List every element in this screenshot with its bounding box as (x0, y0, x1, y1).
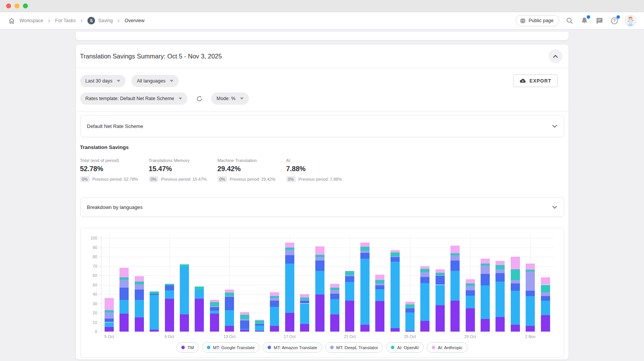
bar-segment (420, 272, 429, 277)
bar-segment (180, 267, 189, 314)
home-icon[interactable] (8, 17, 15, 24)
page-content: Translation Savings Summary: Oct 5 - Nov… (0, 29, 644, 359)
legend-dot (181, 346, 185, 349)
help-icon[interactable]: ? (610, 16, 619, 25)
breadcrumb-item-workspace[interactable]: Workspace (19, 18, 43, 23)
bar-segment (315, 261, 324, 271)
bar-segment (420, 266, 429, 269)
bar-segment (135, 317, 144, 332)
export-button[interactable]: EXPORT (513, 74, 557, 87)
notification-badge (587, 15, 590, 19)
legend-item[interactable]: AI: Anthropic (427, 342, 468, 353)
notifications-bell-icon[interactable] (580, 16, 589, 25)
bar-segment (330, 288, 339, 290)
chevron-right-icon (47, 19, 51, 23)
legend-item[interactable]: MT: DeepL Translator (325, 342, 383, 353)
bar-segment (330, 290, 339, 294)
bar-segment (135, 282, 144, 284)
chevron-right-icon (117, 19, 120, 23)
bar-segment (255, 331, 264, 332)
bar-segment (330, 299, 339, 314)
y-axis-label: 20 (84, 311, 97, 315)
bar-segment (285, 264, 294, 313)
bar-segment (165, 284, 174, 285)
bar-segment (225, 296, 234, 297)
legend-item[interactable]: AI: OpenAI (386, 342, 423, 353)
breakdown-panel[interactable]: Breakdown by languages (80, 197, 564, 217)
bar-segment (450, 261, 460, 271)
rates-template-select[interactable]: Rates template: Default Net Rate Scheme (80, 92, 188, 105)
bar-segment (345, 271, 354, 275)
stat-label: Total (end of period) (80, 158, 138, 163)
bar-segment (330, 284, 339, 288)
bar-segment (436, 276, 445, 285)
bar-segment (526, 272, 535, 291)
bar-segment (105, 298, 114, 310)
rates-template-value: Rates template: Default Net Rate Scheme (86, 96, 174, 101)
chevron-down-icon[interactable] (552, 206, 557, 209)
user-avatar-robot[interactable] (625, 15, 636, 27)
cloud-export-icon (520, 78, 526, 83)
savings-stats-row: Total (end of period) 52.78% 0%Previous … (80, 158, 564, 187)
rate-scheme-panel[interactable]: Default Net Rate Scheme (80, 115, 564, 137)
window-zoom-button[interactable] (23, 3, 28, 8)
bar-segment (255, 324, 264, 325)
y-tick-mark (99, 294, 101, 295)
chevron-right-icon (80, 19, 83, 23)
bar-segment (526, 270, 535, 272)
date-range-select[interactable]: Last 30 days (80, 75, 126, 87)
bar-segment (436, 285, 445, 306)
gridline-y (101, 332, 554, 332)
bar-segment (180, 314, 189, 332)
breadcrumb-item-for-tasks[interactable]: For Tasks (55, 18, 76, 23)
refresh-icon[interactable] (195, 94, 204, 103)
bar-segment (466, 290, 475, 295)
x-axis-label: 9 Oct (156, 334, 183, 339)
project-avatar-badge: S (87, 17, 95, 24)
languages-select[interactable]: All languages (131, 75, 179, 87)
legend-item[interactable]: TM (176, 342, 199, 353)
bar-segment (195, 299, 204, 332)
languages-chart-panel: TMMT: Google TranslateMT: Amazon Transla… (80, 228, 564, 358)
legend-label: AI: OpenAI (397, 345, 418, 350)
chevron-down-icon[interactable] (552, 125, 557, 128)
x-axis-label: 21 Oct (336, 334, 363, 339)
y-tick-mark (99, 275, 101, 276)
y-axis-label: 70 (84, 264, 97, 269)
bar-segment (165, 285, 174, 290)
window-close-button[interactable] (6, 3, 11, 8)
collapse-card-button[interactable] (549, 49, 562, 63)
window-minimize-button[interactable] (15, 3, 19, 8)
public-page-button[interactable]: Public page (516, 15, 559, 26)
bar-segment (450, 253, 460, 255)
bar-segment (255, 320, 264, 320)
bar-segment (466, 279, 475, 283)
legend-item[interactable]: MT: Amazon Translate (263, 342, 322, 353)
y-axis-label: 30 (84, 301, 97, 306)
bar-segment (541, 301, 550, 315)
bar-segment (450, 246, 460, 254)
legend-dot (268, 346, 271, 349)
stat-previous: Previous period: 7.88% (299, 177, 342, 181)
mode-select[interactable]: Mode: % (211, 92, 249, 105)
bar-segment (541, 292, 550, 296)
search-icon[interactable] (565, 16, 574, 25)
stat-machine-translation: Machine Translation 29.42% 0%Previous pe… (218, 158, 276, 182)
breadcrumb-item-overview: Overview (124, 18, 144, 23)
legend-dot (391, 346, 394, 349)
legend-item[interactable]: MT: Google Translate (202, 342, 260, 353)
help-badge (617, 15, 620, 19)
bar-segment (526, 264, 535, 270)
chart-legend: TMMT: Google TranslateMT: Amazon Transla… (81, 342, 564, 353)
bar-segment (315, 255, 324, 257)
bar-segment (119, 268, 129, 277)
chat-icon[interactable] (595, 16, 604, 25)
breadcrumb-item-saving[interactable]: Saving (98, 18, 113, 23)
stat-delta-badge: 0% (286, 176, 296, 182)
bar-segment (225, 290, 234, 293)
bar-segment (119, 277, 129, 280)
bar-segment (210, 306, 219, 308)
svg-text:?: ? (613, 18, 616, 23)
bar-segment (481, 264, 490, 265)
bar-segment (210, 302, 219, 306)
